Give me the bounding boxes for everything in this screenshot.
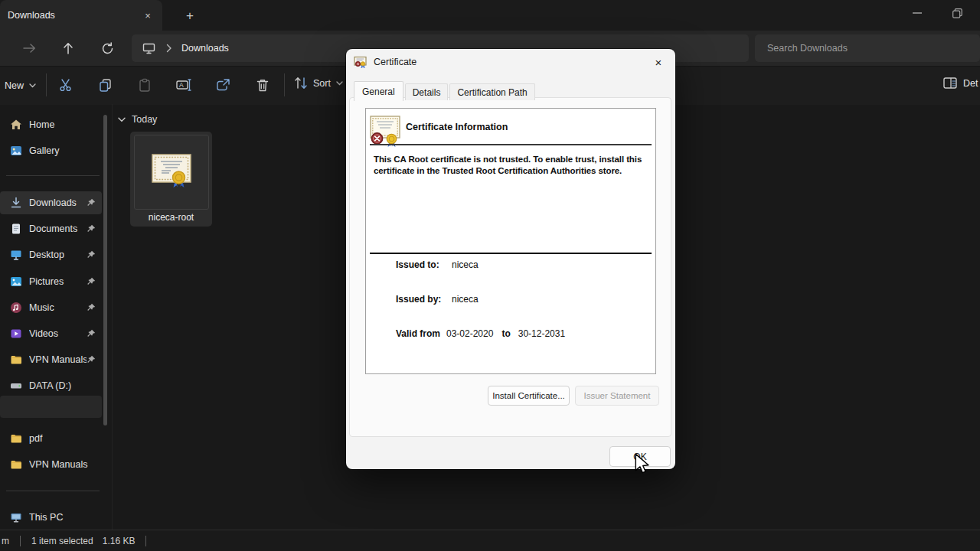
issued-to-value: niceca	[452, 259, 479, 270]
up-button[interactable]	[60, 40, 77, 57]
pin-icon	[87, 329, 96, 338]
tab-close-icon[interactable]: ×	[138, 7, 158, 24]
status-divider	[20, 536, 21, 546]
divider	[370, 253, 652, 254]
cut-button[interactable]	[56, 75, 76, 95]
trust-warning-text: This CA Root certificate is not trusted.…	[374, 154, 656, 176]
certificate-info-title: Certificate Information	[406, 122, 508, 132]
selection-count: 1 item selected	[31, 536, 93, 546]
new-tab-button[interactable]: +	[179, 7, 201, 25]
valid-to-value: 30-12-2031	[518, 328, 565, 339]
certificate-dialog: Certificate × General Details Certificat…	[346, 49, 675, 469]
restore-button[interactable]	[939, 0, 975, 26]
group-label: Today	[132, 114, 157, 125]
toolbar-divider	[284, 73, 285, 96]
sidebar-item-vpn-manuals[interactable]: VPN Manuals	[0, 453, 102, 476]
status-bar: m 1 item selected 1.16 KB	[0, 530, 980, 551]
breadcrumb[interactable]: Downloads	[181, 43, 229, 54]
sidebar-item-label: VPN Manuals	[29, 459, 102, 470]
explorer-tab[interactable]: Downloads ×	[0, 0, 162, 31]
toolbar-divider	[46, 73, 47, 96]
sort-button[interactable]: Sort	[294, 77, 343, 90]
file-niceca-root[interactable]: niceca-root	[130, 132, 212, 227]
forward-button[interactable]	[21, 40, 38, 57]
gallery-icon	[10, 145, 22, 157]
details-pane-label: Det	[963, 78, 978, 89]
sidebar-item-this-pc[interactable]: This PC	[0, 506, 102, 529]
share-button[interactable]	[213, 75, 233, 95]
sidebar-item-music[interactable]: Music	[0, 296, 102, 319]
sidebar-item-gallery[interactable]: Gallery	[0, 139, 102, 162]
pin-icon	[87, 277, 96, 286]
pin-icon	[87, 355, 96, 364]
details-pane-button[interactable]: Det	[943, 77, 980, 90]
this-pc-icon	[10, 511, 22, 523]
sidebar-item-documents[interactable]: Documents	[0, 217, 102, 240]
cut-icon	[59, 78, 74, 93]
sidebar-item-videos[interactable]: Videos	[0, 322, 102, 345]
sidebar-item-label: DATA (D:)	[29, 380, 102, 391]
pin-icon	[87, 303, 96, 312]
certificate-error-icon	[368, 114, 402, 148]
dialog-title-bar[interactable]: Certificate	[346, 49, 675, 75]
tab-details[interactable]: Details	[405, 83, 449, 100]
sidebar-item-pdf[interactable]: pdf	[0, 427, 102, 450]
sidebar-item-pictures[interactable]: Pictures	[0, 270, 102, 293]
issued-by-row: Issued by: niceca	[396, 294, 479, 305]
sidebar-item-label: pdf	[29, 433, 102, 444]
tab-general[interactable]: General	[354, 81, 403, 101]
group-header-today[interactable]: Today	[118, 114, 157, 125]
certificate-info-panel: Certificate Information This CA Root cer…	[365, 108, 656, 374]
sidebar-item-data-drive[interactable]: DATA (D:)	[0, 374, 102, 397]
dialog-title: Certificate	[374, 57, 416, 67]
sidebar-item-home[interactable]: Home	[0, 113, 102, 136]
delete-icon	[256, 78, 270, 93]
copy-button[interactable]	[95, 75, 115, 95]
status-edge-fragment: m	[2, 536, 9, 546]
search-input[interactable]	[766, 42, 952, 54]
rename-button[interactable]: A	[174, 75, 194, 95]
sidebar-item-label: Videos	[29, 328, 87, 339]
issued-by-label: Issued by:	[396, 294, 452, 305]
new-button[interactable]: New	[5, 77, 36, 95]
drive-icon	[10, 380, 22, 392]
forward-icon	[23, 43, 36, 54]
sidebar-item-label: Desktop	[29, 249, 87, 260]
issuer-statement-button[interactable]: Issuer Statement	[575, 386, 659, 406]
folder-icon	[10, 458, 22, 471]
this-pc-icon	[142, 42, 155, 54]
sidebar-item-label: Home	[29, 119, 102, 130]
sidebar-item-desktop[interactable]: Desktop	[0, 243, 102, 266]
pin-icon	[87, 250, 96, 259]
tab-certification-path[interactable]: Certification Path	[449, 83, 534, 100]
sidebar-item-label: VPN Manuals Fina	[29, 354, 87, 365]
breadcrumb-chevron-icon	[166, 44, 172, 53]
sort-button-label: Sort	[313, 78, 331, 89]
sidebar-scrollbar[interactable]	[103, 115, 107, 425]
sidebar-separator	[6, 491, 100, 491]
certificate-dialog-icon	[354, 56, 367, 68]
chevron-down-icon	[29, 83, 36, 88]
dialog-close-button[interactable]: ×	[648, 54, 669, 70]
sidebar-item-hovered[interactable]	[0, 396, 102, 418]
chevron-down-icon	[336, 81, 343, 86]
minimize-button[interactable]	[900, 0, 935, 26]
sidebar-item-label: Gallery	[29, 145, 102, 156]
refresh-button[interactable]	[99, 40, 116, 57]
title-bar: Downloads × +	[0, 0, 980, 31]
mouse-cursor	[635, 453, 649, 474]
sort-icon	[294, 77, 308, 90]
sidebar-item-vpn-manuals-final[interactable]: VPN Manuals Fina	[0, 348, 102, 371]
sidebar-divider	[112, 104, 113, 530]
sidebar-item-label: Music	[29, 302, 87, 313]
delete-button[interactable]	[253, 75, 273, 95]
home-icon	[10, 119, 22, 131]
issued-to-label: Issued to:	[396, 259, 452, 270]
copy-icon	[98, 78, 113, 93]
sidebar-item-label: Downloads	[29, 197, 87, 208]
search-box[interactable]	[755, 34, 980, 62]
install-certificate-button[interactable]: Install Certificate...	[488, 386, 570, 406]
sidebar-item-downloads[interactable]: Downloads	[0, 191, 102, 214]
paste-button[interactable]	[135, 75, 155, 95]
valid-to-label: to	[501, 328, 510, 339]
